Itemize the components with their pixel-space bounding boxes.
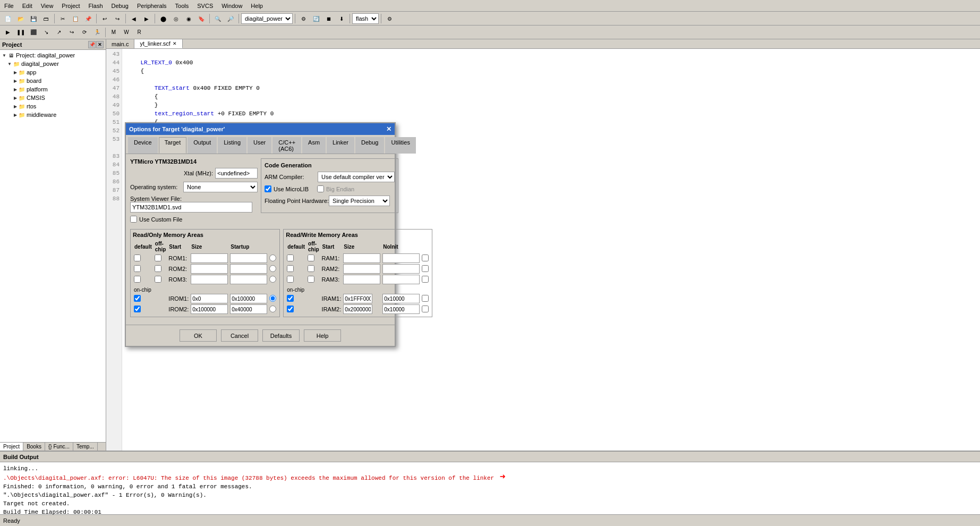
- dialog-title: Options for Target 'diagital_power': [129, 126, 225, 132]
- fp-hw-label: Floating Point Hardware:: [265, 198, 329, 204]
- ro-rom1-start[interactable]: [191, 253, 228, 263]
- ro-irom2-start[interactable]: [191, 304, 228, 314]
- rw-iram1-label: IRAM1:: [322, 295, 342, 302]
- rw-ram3-label: RAM3:: [322, 276, 340, 283]
- ro-irom1-default[interactable]: [134, 295, 141, 302]
- rw-ram2-default[interactable]: [287, 265, 294, 272]
- ok-button[interactable]: OK: [180, 329, 217, 342]
- os-label: Operating system:: [130, 184, 183, 190]
- os-select[interactable]: None: [183, 182, 258, 192]
- dialog-col-left: YTMicro YTM32B1MD14 Xtal (MHz): Operatin…: [130, 158, 258, 226]
- device-name: YTMicro YTM32B1MD14: [130, 158, 258, 165]
- help-button[interactable]: Help: [304, 329, 341, 342]
- ro-irom1-start[interactable]: [191, 294, 228, 303]
- ro-rom3-startup[interactable]: [269, 276, 276, 283]
- dtab-target[interactable]: Target: [159, 137, 187, 154]
- ro-rom3-offchip[interactable]: [155, 276, 161, 283]
- codegen-title: Code Generation: [265, 162, 395, 168]
- rw-iram1-noinit[interactable]: [422, 295, 429, 302]
- ro-rom3-size[interactable]: [230, 275, 267, 284]
- dialog-close-btn[interactable]: ✕: [386, 125, 391, 133]
- xtal-input[interactable]: [215, 168, 258, 179]
- rw-ram1-default[interactable]: [287, 254, 294, 261]
- fp-hw-row: Floating Point Hardware: Single Precisio…: [265, 196, 395, 206]
- rw-iram1-default[interactable]: [287, 295, 294, 302]
- rw-ram3-noinit[interactable]: [422, 276, 429, 283]
- rw-iram1-size[interactable]: [382, 294, 420, 303]
- rw-iram2-start[interactable]: [343, 304, 372, 314]
- rw-ram3-start[interactable]: [343, 275, 380, 284]
- rw-iram2-size[interactable]: [382, 304, 420, 314]
- ro-rom1-label: ROM1:: [168, 255, 187, 261]
- ro-rom1-size[interactable]: [230, 253, 267, 263]
- ro-rom1-offchip[interactable]: [155, 254, 161, 261]
- microlib-checkbox[interactable]: [265, 185, 271, 192]
- rw-iram2-default[interactable]: [287, 306, 294, 312]
- rw-iram2-noinit[interactable]: [422, 306, 429, 312]
- rw-ram1-label: RAM1:: [322, 255, 340, 261]
- dtab-user[interactable]: User: [248, 137, 271, 154]
- dtab-device[interactable]: Device: [128, 137, 158, 154]
- ro-irom1-startup[interactable]: [269, 295, 276, 302]
- table-row: IROM2:: [133, 304, 277, 315]
- fp-hw-select[interactable]: Single Precision: [329, 196, 390, 206]
- rw-iram1-start[interactable]: [343, 294, 372, 303]
- dialog-titlebar: Options for Target 'diagital_power' ✕: [126, 123, 395, 135]
- ro-irom1-label: IROM1:: [168, 295, 189, 302]
- ro-irom2-size[interactable]: [230, 304, 267, 314]
- rw-ram1-start[interactable]: [343, 253, 380, 263]
- dtab-listing[interactable]: Listing: [218, 137, 246, 154]
- rw-ram2-offchip[interactable]: [308, 265, 314, 272]
- arm-compiler-select[interactable]: Use default compiler version 6: [318, 172, 395, 182]
- ro-rom2-size[interactable]: [230, 264, 267, 274]
- arm-compiler-label: ARM Compiler:: [265, 174, 318, 180]
- rw-ram3-default[interactable]: [287, 276, 294, 283]
- cancel-button[interactable]: Cancel: [221, 329, 258, 342]
- rw-ram2-start[interactable]: [343, 264, 380, 274]
- arm-compiler-row: ARM Compiler: Use default compiler versi…: [265, 172, 395, 182]
- dtab-output[interactable]: Output: [188, 137, 217, 154]
- ro-rom3-label: ROM3:: [168, 276, 187, 283]
- rw-onchip-label: on-chip: [286, 285, 421, 293]
- microlib-row: Use MicroLIB Big Endian: [265, 185, 395, 192]
- rw-ram3-size[interactable]: [382, 275, 420, 284]
- ro-rom2-default[interactable]: [134, 265, 141, 272]
- defaults-button[interactable]: Defaults: [262, 329, 300, 342]
- ro-rom1-startup[interactable]: [269, 254, 276, 261]
- rw-ram2-size[interactable]: [382, 264, 420, 274]
- custom-file-row: Use Custom File: [130, 216, 258, 223]
- ro-col-startup: Startup: [229, 240, 268, 253]
- svf-input[interactable]: [130, 202, 252, 213]
- dialog-overlay: Options for Target 'diagital_power' ✕ De…: [0, 0, 980, 526]
- rw-col-default: default: [286, 240, 306, 253]
- custom-file-label: Use Custom File: [139, 216, 182, 223]
- ro-rom2-startup[interactable]: [269, 265, 276, 272]
- ro-rom1-default[interactable]: [134, 254, 141, 261]
- ro-irom2-startup[interactable]: [269, 306, 276, 312]
- rw-ram1-size[interactable]: [382, 253, 420, 263]
- rw-ram1-offchip[interactable]: [308, 254, 314, 261]
- options-dialog: Options for Target 'diagital_power' ✕ De…: [125, 122, 396, 347]
- ro-irom2-default[interactable]: [134, 306, 141, 312]
- ro-rom3-default[interactable]: [134, 276, 141, 283]
- dtab-asm[interactable]: Asm: [302, 137, 326, 154]
- big-endian-label: Big Endian: [326, 186, 354, 192]
- dtab-utilities[interactable]: Utilities: [385, 137, 415, 154]
- rw-ram2-noinit[interactable]: [422, 265, 429, 272]
- rw-ram1-noinit[interactable]: [422, 254, 429, 261]
- dtab-cpp[interactable]: C/C++ (AC6): [272, 137, 301, 154]
- ro-rom2-start[interactable]: [191, 264, 228, 274]
- dtab-linker[interactable]: Linker: [327, 137, 354, 154]
- rw-col-noinit: NoInit: [381, 240, 421, 253]
- rw-ram3-offchip[interactable]: [308, 276, 314, 283]
- dialog-buttons: OK Cancel Defaults Help: [126, 325, 395, 346]
- ro-irom1-size[interactable]: [230, 294, 267, 303]
- ro-rom2-offchip[interactable]: [155, 265, 161, 272]
- dialog-two-col: YTMicro YTM32B1MD14 Xtal (MHz): Operatin…: [130, 158, 390, 226]
- ro-rom3-start[interactable]: [191, 275, 228, 284]
- custom-file-checkbox[interactable]: [130, 216, 137, 223]
- xtal-label: Xtal (MHz):: [184, 170, 213, 176]
- big-endian-checkbox[interactable]: [317, 185, 324, 192]
- dtab-debug[interactable]: Debug: [355, 137, 384, 154]
- dialog-tabs: Device Target Output Listing User C/C++ …: [126, 135, 395, 154]
